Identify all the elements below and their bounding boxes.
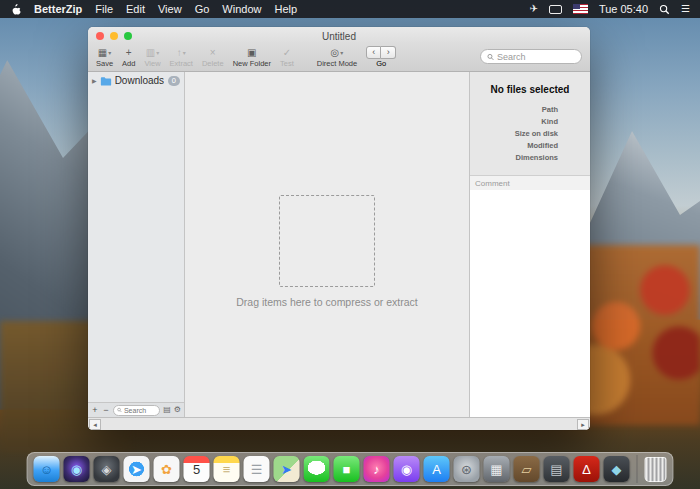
dock-icon-siri[interactable]: ◉ [64,456,90,482]
forward-button[interactable]: › [381,46,396,59]
add-button[interactable]: + Add [122,46,135,68]
dock-icon-messages[interactable] [304,456,330,482]
drop-hint-text: Drag items here to compress or extract [185,296,469,308]
dock: ☺ ◉ ◈ ➤ ✿ 5 ≡ ☰ ➤ ■ ♪ [27,452,674,486]
dock-icon-system-preferences[interactable]: ⊛ [454,456,480,482]
close-button[interactable] [96,32,104,40]
app-menu-betterzip[interactable]: BetterZip [34,3,82,15]
title-bar[interactable]: Untitled [88,27,590,45]
dock-icon-archive[interactable]: ▤ [544,456,570,482]
dock-glyph: ◉ [71,463,82,476]
zoom-button[interactable] [124,32,132,40]
menu-item-view[interactable]: View [158,3,182,15]
menu-item-edit[interactable]: Edit [126,3,145,15]
dock-glyph: ◈ [102,463,112,476]
dock-divider [637,455,638,483]
save-button[interactable]: ▦▾ Save [96,46,113,68]
dock-icon-maps[interactable]: ➤ [274,456,300,482]
dock-glyph: ▦ [490,463,502,476]
scroll-left-button[interactable]: ◂ [89,419,101,430]
sidebar-search-field[interactable] [113,405,160,416]
sidebar-item-downloads[interactable]: ▶ Downloads 0 [88,72,184,88]
dock-glyph: ■ [343,463,351,476]
back-button[interactable]: ‹ [366,46,381,59]
dock-icon-safari[interactable]: ➤ [124,456,150,482]
dock-icon-gray-utility[interactable]: ▦ [484,456,510,482]
desktop: BetterZip FileEditViewGoWindowHelp ✈ Tue… [0,0,700,489]
comment-input[interactable] [470,190,590,417]
field-label-kind: Kind [476,117,584,126]
drop-target[interactable] [279,195,375,287]
menu-item-go[interactable]: Go [195,3,210,15]
dock-glyph: ▱ [522,463,532,476]
search-input[interactable] [497,52,575,62]
archive-content-area[interactable]: Drag items here to compress or extract [185,72,470,417]
dock-icon-launchpad[interactable]: ◈ [94,456,120,482]
gear-icon[interactable]: ⚙ [174,406,181,414]
field-label-size-on-disk: Size on disk [476,129,584,138]
dock-icon-folder[interactable]: ▱ [514,456,540,482]
direct-mode-button[interactable]: ◎▾ Direct Mode [317,46,357,68]
trash-icon[interactable] [645,457,667,482]
dock-glyph: ☺ [40,463,53,476]
field-label-dimensions: Dimensions [476,153,584,162]
extract-button[interactable]: ↑▾ Extract [170,46,193,68]
dock-icon-reminders[interactable]: ☰ [244,456,270,482]
menu-clock[interactable]: Tue 05:40 [599,3,648,15]
remove-favorite-button[interactable]: − [102,406,110,415]
display-icon[interactable] [549,5,562,14]
toolbar-search-field[interactable] [480,49,582,64]
add-icon: + [126,48,132,58]
dock-glyph: ⊛ [461,463,472,476]
new-folder-button[interactable]: ▣ New Folder [233,46,271,68]
test-button[interactable]: ✓ Test [280,46,294,68]
menu-bar: BetterZip FileEditViewGoWindowHelp ✈ Tue… [0,0,700,18]
window-controls [96,32,132,40]
folder-icon [100,76,112,86]
new-folder-icon: ▣ [247,48,256,58]
notification-center-icon[interactable]: ☰ [681,4,690,14]
delete-icon: × [210,48,216,58]
menu-item-help[interactable]: Help [274,3,297,15]
spotlight-icon[interactable] [659,4,670,15]
go-label: Go [376,59,386,68]
apple-menu[interactable] [10,3,21,16]
betterzip-window: Untitled ▦▾ Save + Add ▥▾ View ↑▾ Extrac… [88,27,590,430]
menu-item-file[interactable]: File [95,3,113,15]
delete-button[interactable]: × Delete [202,46,224,68]
dock-icon-calendar[interactable]: 5 [184,456,210,482]
flag-union [573,4,580,9]
dock-glyph: ▤ [550,463,562,476]
dock-icon-photos[interactable]: ✿ [154,456,180,482]
menu-item-window[interactable]: Window [222,3,261,15]
dock-icon-app-store[interactable]: A [424,456,450,482]
dock-glyph: 5 [193,463,200,476]
dock-icon-notes[interactable]: ≡ [214,456,240,482]
view-button[interactable]: ▥▾ View [144,46,160,68]
dock-icon-dark-app[interactable]: ◆ [604,456,630,482]
add-favorite-button[interactable]: + [91,406,99,415]
search-icon [117,407,122,413]
dock-icon-finder[interactable]: ☺ [34,456,60,482]
window-content: ▶ Downloads 0 + − ▤ ⚙ [88,72,590,417]
view-icon: ▥ [146,48,155,58]
scroll-right-button[interactable]: ▸ [577,419,589,430]
dock-glyph: ◉ [401,463,412,476]
test-icon: ✓ [283,48,291,58]
dock-icon-podcasts[interactable]: ◉ [394,456,420,482]
dock-icon-acrobat[interactable]: ∆ [574,456,600,482]
dock-icon-itunes[interactable]: ♪ [364,456,390,482]
disclosure-icon[interactable]: ▶ [92,77,97,84]
dock-glyph: ∆ [583,463,591,476]
paper-plane-icon[interactable]: ✈ [530,4,538,14]
us-flag-icon[interactable] [573,4,588,14]
dock-icon-facetime[interactable]: ■ [334,456,360,482]
inspector-panel: No files selected PathKindSize on diskMo… [470,72,590,417]
dock-glyph: ☰ [251,463,263,476]
field-label-modified: Modified [476,141,584,150]
minimize-button[interactable] [110,32,118,40]
item-count-badge: 0 [168,76,180,86]
sidebar: ▶ Downloads 0 + − ▤ ⚙ [88,72,185,417]
doc-icon[interactable]: ▤ [163,406,171,414]
sidebar-search-input[interactable] [124,407,156,414]
